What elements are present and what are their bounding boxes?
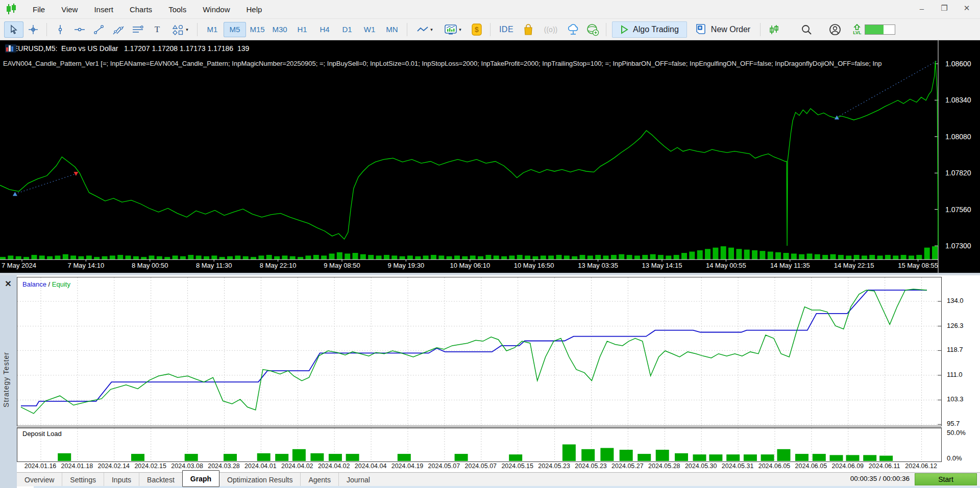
menu-item[interactable]: File [24, 3, 53, 16]
graph-legend: Balance / Equity [22, 280, 70, 288]
shapes-icon [172, 24, 184, 35]
tester-tab[interactable]: Agents [300, 473, 338, 486]
tester-value-axis: 134.0126.3118.7111.0103.395.750.0%0.0% [942, 275, 980, 462]
signals-button[interactable]: ((o)) [538, 21, 564, 38]
tester-panel-title: Strategy Tester [2, 352, 10, 407]
timeframe-button[interactable]: H4 [313, 22, 336, 37]
menu-item[interactable]: Charts [121, 3, 160, 16]
menu-item[interactable]: Window [194, 3, 238, 16]
strategy-tester-panel: ✕ Strategy Tester Balance / Equity Depos… [0, 275, 980, 488]
menu-item[interactable]: Tools [160, 3, 194, 16]
restore-button[interactable]: ❐ [933, 0, 955, 16]
search-button[interactable] [797, 21, 816, 38]
new-order-button[interactable]: New Order [689, 21, 756, 38]
close-button[interactable]: ✕ [955, 0, 978, 16]
price-tick-label: 1.08080 [945, 133, 971, 141]
timeframe-button[interactable]: M30 [268, 22, 291, 37]
crosshair-icon [28, 24, 38, 35]
ide-button[interactable]: IDE [494, 21, 519, 38]
account-button[interactable] [825, 21, 845, 38]
legend-separator: / [46, 280, 52, 288]
menu-item[interactable]: View [53, 3, 86, 16]
crosshair-tool-button[interactable] [23, 21, 43, 38]
time-tick-label: 8 May 00:50 [132, 262, 168, 269]
date-tick-label: 2024.04.19 [391, 463, 424, 470]
balance-equity-graph[interactable]: Balance / Equity [17, 277, 942, 426]
menu-item[interactable]: Help [238, 3, 271, 16]
shapes-dropdown-icon[interactable]: ▾ [186, 27, 188, 32]
price-chart-canvas[interactable] [0, 40, 980, 273]
tester-tab[interactable]: Optimization Results [219, 473, 300, 486]
chart-type-dropdown-icon[interactable]: ▾ [430, 27, 433, 32]
chart-type-button[interactable]: ▾ [411, 21, 438, 38]
search-icon [801, 24, 812, 35]
play-icon [620, 25, 628, 34]
time-tick-label: 14 May 00:55 [706, 262, 746, 269]
account-level-progress [865, 24, 895, 35]
date-tick-label: 2024.04.02 [281, 463, 313, 470]
start-button[interactable]: Start [915, 473, 977, 485]
algo-trading-button[interactable]: Algo Trading [612, 21, 687, 38]
currency-button[interactable]: $ [467, 21, 486, 38]
indicators-button[interactable]: ▾ [438, 21, 467, 38]
price-chart-area[interactable]: EURUSD,M5: Euro vs US Dollar 1.17207 1.1… [0, 40, 980, 273]
date-tick-label: 2024.06.05 [795, 463, 827, 470]
tester-tab[interactable]: Inputs [104, 473, 139, 486]
deposit-load-graph[interactable]: Deposit Load [17, 427, 942, 462]
level-label: LVL [853, 30, 861, 35]
new-order-icon [695, 23, 706, 36]
signals-icon: ((o)) [544, 25, 557, 34]
price-tick-label: 1.08340 [945, 96, 971, 104]
vps-button[interactable] [564, 21, 583, 38]
levels-icon [132, 24, 144, 35]
shapes-tool-button[interactable]: ▾ [167, 21, 193, 38]
price-axis[interactable]: 1.086001.083401.080801.078201.075601.073… [941, 40, 980, 260]
market-button[interactable] [519, 21, 538, 38]
date-tick-label: 2024.05.27 [611, 463, 644, 470]
timeframe-button[interactable]: D1 [336, 22, 358, 37]
menu-item[interactable]: Insert [86, 3, 121, 16]
timeframe-button[interactable]: M1 [201, 22, 224, 37]
time-tick-label: 14 May 11:35 [770, 262, 810, 269]
channel-tool-button[interactable] [109, 21, 128, 38]
deposit-load-label: Deposit Load [22, 430, 62, 438]
date-tick-label: 2024.04.04 [355, 463, 387, 470]
text-tool-icon: T [155, 24, 160, 35]
time-tick-label: 15 May 08:55 [898, 262, 938, 269]
timeframe-button[interactable]: W1 [358, 22, 381, 37]
tester-close-icon[interactable]: ✕ [3, 278, 13, 289]
text-tool-button[interactable]: T [148, 21, 167, 38]
depth-of-market-button[interactable] [764, 21, 783, 38]
timeframe-button[interactable]: MN [381, 22, 403, 37]
timeframe-button[interactable]: M15 [246, 22, 268, 37]
minimize-button[interactable]: – [911, 0, 933, 16]
time-tick-label: 7 May 14:10 [68, 262, 105, 269]
tester-elapsed-time: 00:00:35 / 00:00:36 [850, 475, 910, 482]
tester-tab[interactable]: Backtest [139, 473, 182, 486]
horizontal-line-tool-button[interactable] [70, 21, 89, 38]
price-tick-label: 1.07560 [945, 206, 971, 214]
timeframe-button[interactable]: H1 [291, 22, 313, 37]
tester-tab[interactable]: Journal [338, 473, 378, 486]
date-tick-label: 2024.06.12 [905, 463, 937, 470]
price-tick-label: 1.08600 [945, 60, 971, 68]
deposit-axis-label: 50.0% [947, 429, 966, 436]
timeframe-button[interactable]: M5 [224, 22, 246, 37]
time-tick-label: 9 May 08:50 [324, 262, 360, 269]
vertical-line-tool-button[interactable] [51, 21, 70, 38]
trendline-tool-button[interactable] [89, 21, 109, 38]
community-button[interactable] [583, 21, 602, 38]
cursor-tool-button[interactable] [4, 21, 23, 38]
tester-tab[interactable]: Settings [62, 473, 104, 486]
time-tick-label: 9 May 19:30 [388, 262, 425, 269]
date-tick-label: 2024.05.07 [465, 463, 497, 470]
account-level-button[interactable]: LVL [853, 24, 861, 35]
tester-tab[interactable]: Overview [17, 473, 62, 486]
equidistant-levels-tool-button[interactable] [128, 21, 148, 38]
time-tick-label: 13 May 14:15 [642, 262, 682, 269]
time-tick-label: 13 May 03:35 [578, 262, 618, 269]
time-axis[interactable]: 7 May 20247 May 14:108 May 00:508 May 11… [0, 261, 941, 272]
tester-tab[interactable]: Graph [182, 470, 219, 487]
balance-axis-label: 103.3 [947, 395, 964, 403]
indicators-dropdown-icon[interactable]: ▾ [459, 27, 461, 32]
